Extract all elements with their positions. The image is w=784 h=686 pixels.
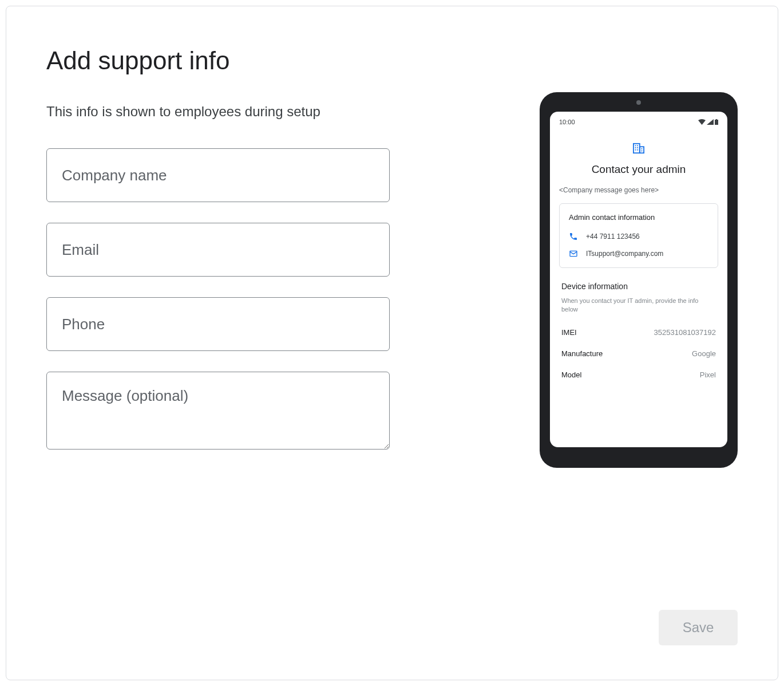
device-info-section: Device information When you contact your… <box>559 282 718 379</box>
svg-rect-3 <box>640 147 644 153</box>
message-textarea[interactable] <box>46 372 390 450</box>
phone-preview-heading: Contact your admin <box>559 163 718 176</box>
svg-rect-9 <box>637 149 638 151</box>
device-info-subtitle: When you contact your IT admin, provide … <box>561 297 716 314</box>
svg-rect-7 <box>637 147 638 148</box>
imei-label: IMEI <box>561 328 577 337</box>
company-message-placeholder: <Company message goes here> <box>559 186 718 194</box>
status-icons <box>698 119 718 125</box>
device-model-row: Model Pixel <box>561 370 716 379</box>
contact-email-row: ITsupport@company.com <box>569 249 708 258</box>
form-column <box>46 148 390 450</box>
contact-phone-row: +44 7911 123456 <box>569 232 708 241</box>
signal-icon <box>707 119 714 125</box>
company-name-input[interactable] <box>46 148 390 202</box>
contact-phone-text: +44 7911 123456 <box>586 232 640 241</box>
phone-screen: 10:00 <box>550 112 727 447</box>
manufacture-value: Google <box>692 349 716 358</box>
phone-camera-dot <box>636 100 641 105</box>
imei-value: 352531081037192 <box>654 328 716 337</box>
model-value: Pixel <box>700 370 716 379</box>
battery-icon <box>715 119 718 125</box>
contact-card-title: Admin contact information <box>569 213 708 222</box>
page-title: Add support info <box>46 46 738 75</box>
svg-rect-10 <box>642 148 643 149</box>
svg-rect-5 <box>637 145 638 147</box>
svg-rect-2 <box>633 144 640 153</box>
phone-preview-frame: 10:00 <box>540 92 738 468</box>
device-imei-row: IMEI 352531081037192 <box>561 328 716 337</box>
phone-status-bar: 10:00 <box>559 119 718 125</box>
model-label: Model <box>561 370 581 379</box>
svg-rect-11 <box>642 151 643 152</box>
phone-input[interactable] <box>46 297 390 351</box>
svg-rect-0 <box>715 120 718 125</box>
status-time: 10:00 <box>559 119 575 125</box>
main-container: Add support info This info is shown to e… <box>6 6 778 680</box>
wifi-icon <box>698 119 706 125</box>
svg-rect-8 <box>635 149 636 151</box>
svg-rect-6 <box>635 147 636 148</box>
admin-contact-card: Admin contact information +44 7911 12345… <box>559 203 718 268</box>
contact-email-text: ITsupport@company.com <box>586 250 663 258</box>
device-manufacture-row: Manufacture Google <box>561 349 716 358</box>
email-icon <box>569 249 578 258</box>
svg-rect-1 <box>716 119 717 120</box>
svg-rect-4 <box>635 145 636 147</box>
building-icon <box>559 143 718 154</box>
manufacture-label: Manufacture <box>561 349 603 358</box>
email-input[interactable] <box>46 223 390 277</box>
save-button[interactable]: Save <box>659 610 738 645</box>
phone-icon <box>569 232 578 241</box>
device-info-title: Device information <box>561 282 716 291</box>
